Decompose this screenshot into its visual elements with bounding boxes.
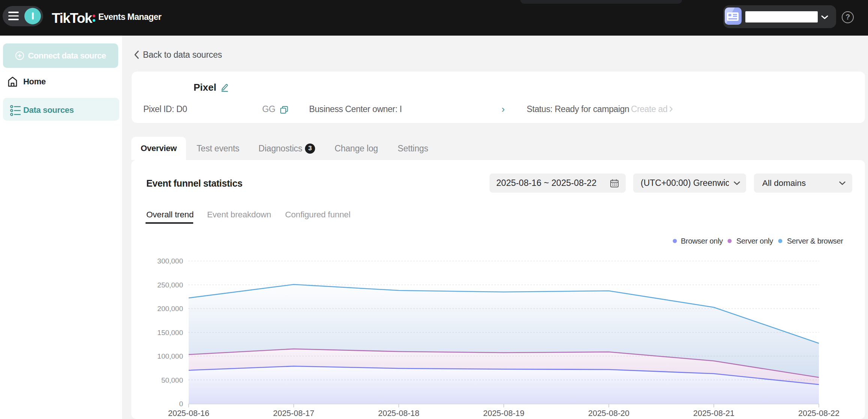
- svg-text:300,000: 300,000: [157, 257, 183, 265]
- svg-text:2025-08-21: 2025-08-21: [693, 409, 734, 418]
- svg-text:2025-08-20: 2025-08-20: [588, 409, 629, 418]
- svg-text:150,000: 150,000: [157, 329, 183, 337]
- svg-text:Server & browser: Server & browser: [787, 237, 843, 245]
- svg-text:0: 0: [179, 400, 183, 408]
- svg-text:50,000: 50,000: [161, 376, 183, 384]
- svg-text:2025-08-16: 2025-08-16: [168, 409, 209, 418]
- svg-text:2025-08-17: 2025-08-17: [273, 409, 314, 418]
- svg-text:Browser only: Browser only: [681, 237, 723, 245]
- svg-text:2025-08-22: 2025-08-22: [798, 409, 839, 418]
- svg-text:250,000: 250,000: [157, 281, 183, 289]
- svg-text:2025-08-19: 2025-08-19: [483, 409, 524, 418]
- svg-text:Server only: Server only: [736, 237, 773, 245]
- svg-text:200,000: 200,000: [157, 305, 183, 313]
- svg-text:100,000: 100,000: [157, 352, 183, 360]
- svg-text:2025-08-18: 2025-08-18: [378, 409, 419, 418]
